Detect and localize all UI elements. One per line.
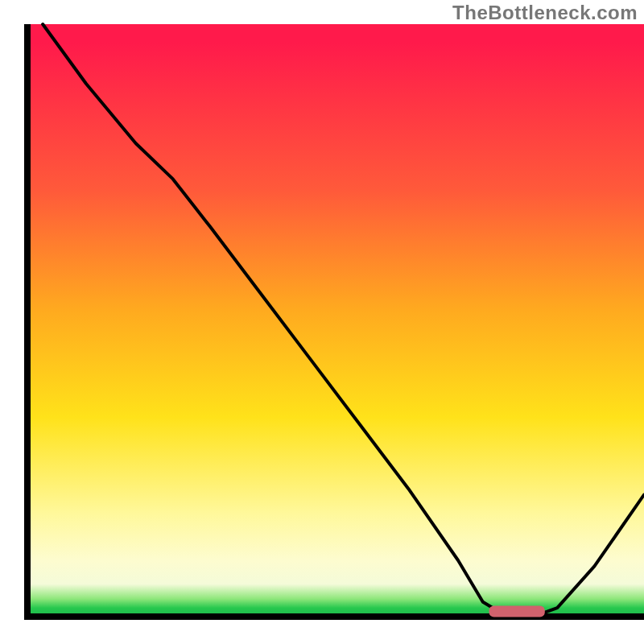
chart-frame: TheBottleneck.com	[0, 0, 644, 644]
watermark-text: TheBottleneck.com	[452, 2, 638, 24]
bottleneck-curve	[43, 24, 644, 617]
chart-svg	[24, 24, 644, 620]
optimal-range-marker	[489, 606, 545, 617]
